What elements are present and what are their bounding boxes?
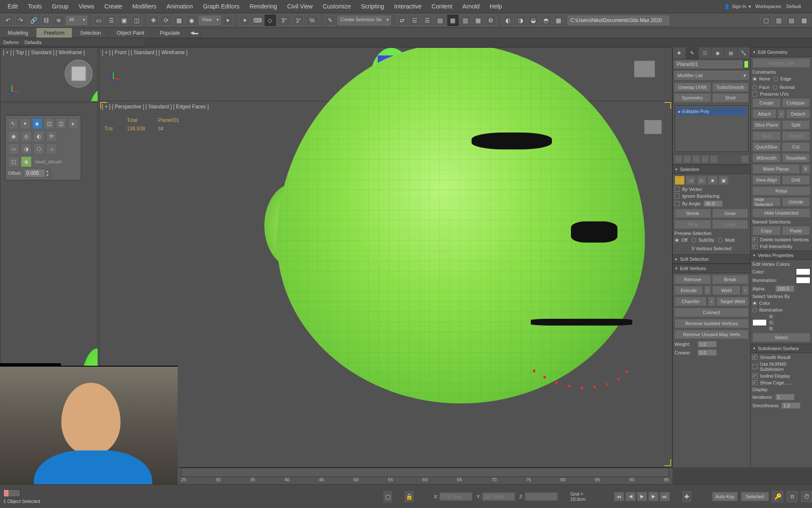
conform-move-button[interactable]: ◉ bbox=[8, 131, 19, 142]
constraint-face-radio[interactable]: Face bbox=[752, 85, 769, 90]
menu-animation[interactable]: Animation bbox=[162, 1, 198, 11]
workspace-dropdown[interactable]: Default bbox=[786, 4, 801, 9]
x-coord-field[interactable] bbox=[439, 492, 472, 501]
stack-item-editable-poly[interactable]: ▸ Editable Poly bbox=[677, 108, 746, 116]
ribbon-sub-deform[interactable]: Deform bbox=[3, 40, 19, 45]
copy-sel-button[interactable]: Copy bbox=[752, 226, 781, 235]
viewport-perspective[interactable]: [ + ] [ Front ] [ Standard ] [ Wireframe… bbox=[99, 47, 672, 467]
mirror-button[interactable]: ⇄ bbox=[397, 15, 408, 26]
spinner-snap-button[interactable]: % bbox=[305, 15, 319, 26]
isolate-selection-button[interactable]: ▢ bbox=[384, 491, 392, 502]
smoothness-field[interactable]: 1.0 bbox=[781, 402, 801, 409]
modifier-unwrap-button[interactable]: Unwrap UVW bbox=[674, 83, 711, 92]
ignore-backfacing-checkbox[interactable]: Ignore Backfacing bbox=[675, 193, 749, 199]
menu-edit[interactable]: Edit bbox=[3, 1, 23, 11]
remove-unused-map-verts-button[interactable]: Remove Unused Map Verts bbox=[675, 330, 749, 339]
constraint-normal-radio[interactable]: Normal bbox=[773, 85, 794, 90]
pin-stack-button[interactable] bbox=[675, 155, 682, 163]
utilities-tab[interactable]: 🔧 bbox=[738, 47, 751, 59]
signin-button[interactable]: 👤 Sign In ▾ bbox=[724, 4, 751, 9]
by-angle-checkbox[interactable]: By Angle: bbox=[675, 201, 702, 206]
goto-start-button[interactable]: ⏮ bbox=[614, 492, 624, 501]
modifier-symmetry-button[interactable]: Symmetry bbox=[674, 93, 711, 102]
preview-subobj-radio[interactable]: SubObj bbox=[691, 237, 714, 243]
viewport-layout-2-button[interactable]: ▥ bbox=[773, 15, 784, 26]
attach-list-button[interactable]: ▫ bbox=[778, 109, 785, 119]
modifier-stack[interactable]: ▸ Editable Poly bbox=[675, 105, 749, 152]
make-unique-button[interactable] bbox=[692, 155, 700, 163]
hierarchy-tab[interactable]: ☷ bbox=[699, 47, 712, 59]
menu-modifiers[interactable]: Modifiers bbox=[127, 1, 162, 11]
render-in-cloud-button[interactable]: ▦ bbox=[553, 15, 564, 26]
viewport-persp-label[interactable]: [ + ] [ Perspective ] [ Standard ] [ Edg… bbox=[102, 104, 208, 110]
modifier-list-dropdown[interactable]: Modifier List bbox=[675, 71, 749, 80]
reset-plane-button[interactable]: Reset bbox=[782, 131, 810, 141]
menu-scripting[interactable]: Scripting bbox=[356, 1, 389, 11]
by-vertex-checkbox[interactable]: By Vertex bbox=[675, 187, 749, 192]
unhide-all-button[interactable]: Unhide bbox=[782, 197, 810, 207]
toggle-ribbon-button[interactable]: ▤ bbox=[435, 15, 446, 26]
offset-spinner[interactable]: ▲▼ bbox=[24, 169, 50, 177]
rectangular-region-button[interactable]: ▣ bbox=[118, 15, 129, 26]
use-pivot-button[interactable]: ▾ bbox=[222, 15, 233, 26]
full-interactivity-checkbox[interactable]: Full Interactivity bbox=[752, 244, 810, 249]
undo-button[interactable]: ↶ bbox=[3, 15, 14, 26]
rollout-vertex-properties[interactable]: Vertex Properties bbox=[751, 251, 812, 260]
weld-button[interactable]: Weld bbox=[712, 286, 741, 295]
key-mode-button[interactable]: ⧈ bbox=[787, 491, 798, 502]
menu-content[interactable]: Content bbox=[427, 1, 458, 11]
object-color-swatch[interactable] bbox=[744, 61, 749, 68]
preview-multi-radio[interactable]: Multi bbox=[718, 237, 735, 243]
curve-editor-button[interactable]: ▦ bbox=[447, 15, 458, 26]
viewport-top[interactable]: [ + ] [ Top ] [ Standard ] [ Wireframe ] bbox=[0, 47, 98, 102]
planar-x-button[interactable]: X bbox=[801, 164, 810, 174]
ribbon-collapse-button[interactable]: ◀▬ bbox=[188, 28, 201, 38]
link-button[interactable]: 🔗 bbox=[28, 15, 39, 26]
configure-sets-button[interactable] bbox=[710, 155, 718, 163]
rotate-button[interactable]: ⟳ bbox=[161, 15, 172, 26]
extend-button[interactable]: ◑ bbox=[21, 144, 32, 155]
autokey-button[interactable]: Auto Key bbox=[712, 492, 738, 501]
optimize-button[interactable]: ⬡ bbox=[33, 144, 44, 155]
percent-snap-button[interactable]: ⦫ bbox=[293, 15, 304, 26]
play-button[interactable]: ▶ bbox=[637, 492, 647, 501]
grow-button[interactable]: Grow bbox=[712, 209, 749, 218]
select-by-color-radio[interactable]: Color bbox=[752, 301, 810, 306]
create-button[interactable]: Create bbox=[752, 98, 781, 108]
named-selection-dropdown[interactable]: Create Selection Se bbox=[337, 16, 391, 25]
remove-isolated-verts-button[interactable]: Remove Isolated Vertices bbox=[675, 319, 749, 328]
next-frame-button[interactable]: ▶ bbox=[648, 492, 658, 501]
render-frame-button[interactable]: ◐ bbox=[502, 15, 513, 26]
timeline[interactable]: 25 30 35 40 45 50 55 60 65 70 75 80 85 9… bbox=[178, 467, 672, 484]
vertex-level-button[interactable]: ⋮⋮ bbox=[675, 176, 685, 185]
menu-help[interactable]: Help bbox=[485, 1, 507, 11]
ribbon-tab-object-paint[interactable]: Object Paint bbox=[109, 28, 152, 38]
conform-relax-button[interactable]: ⟳ bbox=[46, 131, 57, 142]
menu-group[interactable]: Group bbox=[47, 1, 74, 11]
menu-customize[interactable]: Customize bbox=[318, 1, 356, 11]
ribbon-tab-selection[interactable]: Selection bbox=[72, 28, 109, 38]
render-iterative-button[interactable]: ◒ bbox=[528, 15, 539, 26]
smooth-result-checkbox[interactable]: Smooth Result bbox=[752, 355, 810, 360]
unlink-button[interactable]: ⛓ bbox=[41, 15, 52, 26]
quickslice-button[interactable]: QuickSlice bbox=[752, 142, 781, 152]
conform-rotate-button[interactable]: ◎ bbox=[21, 131, 32, 142]
align-button[interactable]: ☱ bbox=[409, 15, 420, 26]
motion-tab[interactable]: ◉ bbox=[712, 47, 725, 59]
spinner-down-icon[interactable]: ▼ bbox=[45, 173, 50, 177]
viewport-layout-3-button[interactable]: ▤ bbox=[786, 15, 797, 26]
bind-button[interactable]: ≋ bbox=[53, 15, 64, 26]
ribbon-sub-defaults[interactable]: Defaults bbox=[25, 40, 41, 45]
viewport-front-label[interactable]: [ + ] [ Front ] [ Standard ] [ Wireframe… bbox=[102, 50, 187, 55]
preview-off-radio[interactable]: Off bbox=[675, 237, 687, 243]
redo-button[interactable]: ↷ bbox=[15, 15, 26, 26]
menu-interactive[interactable]: Interactive bbox=[389, 1, 427, 11]
menu-views[interactable]: Views bbox=[74, 1, 99, 11]
viewcube-front[interactable] bbox=[634, 61, 655, 77]
preserve-uvs-checkbox[interactable]: Preserve UVs bbox=[752, 91, 810, 97]
polydraw-topology-button[interactable]: ◆ bbox=[32, 118, 42, 129]
ref-coord-dropdown[interactable]: View bbox=[199, 16, 221, 25]
chamfer-settings-button[interactable]: ▫ bbox=[708, 297, 715, 306]
branch-button[interactable]: ⟐ bbox=[46, 144, 57, 155]
timeline-track[interactable] bbox=[181, 468, 669, 477]
